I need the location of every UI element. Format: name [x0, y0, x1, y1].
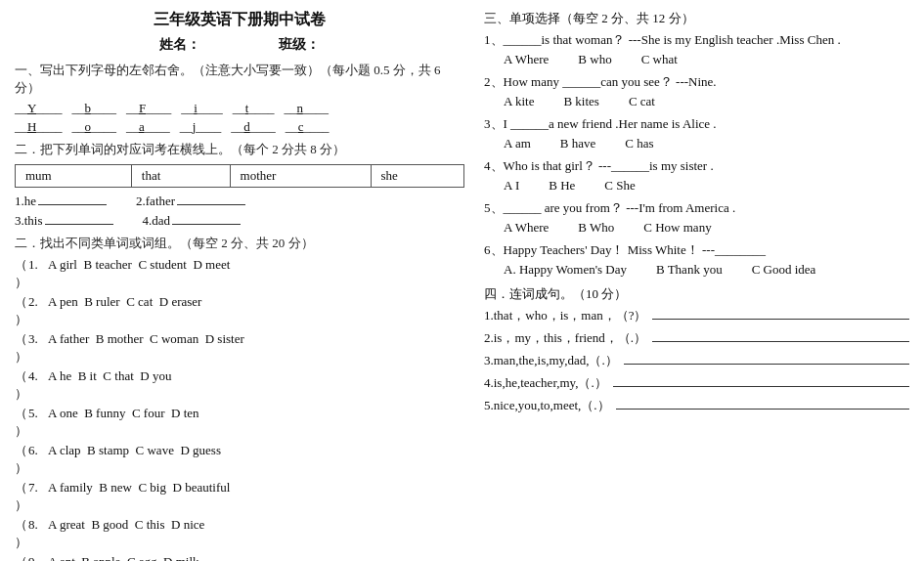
- odd-even-item: （ ） 4. A he B it C that D you: [15, 367, 464, 403]
- choice-d: D beautiful: [173, 480, 231, 496]
- item-num: 1.: [28, 257, 48, 273]
- r-q-text: 6、Happy Teachers' Day！ Miss White！ ---__…: [484, 241, 909, 259]
- lian-ci-blank[interactable]: [652, 341, 909, 342]
- choice-c: C four: [132, 406, 165, 421]
- fill-row-2: 3.this 4.dad: [15, 213, 464, 229]
- r-question: 6、Happy Teachers' Day！ Miss White！ ---__…: [484, 241, 909, 278]
- choice-a: A ant: [48, 554, 75, 561]
- letter-item: __t____: [233, 101, 275, 116]
- r-choice: C Good idea: [752, 262, 816, 278]
- paren: （ ）: [15, 405, 28, 440]
- fill-row-1: 1.he 2.father: [15, 194, 464, 209]
- r-choices: A. Happy Women's DayB Thank youC Good id…: [504, 262, 909, 278]
- fill-label: 3.this: [15, 213, 43, 229]
- word-cell: she: [371, 165, 463, 188]
- section1-row2: __H____ __o____ __a____ __j____ __d____ …: [15, 119, 464, 135]
- r-choice: A I: [504, 178, 519, 194]
- choice-d: D guess: [180, 443, 221, 458]
- item-num: 8.: [28, 517, 48, 533]
- choice-c: C woman: [150, 331, 198, 347]
- choice-c: C this: [135, 517, 165, 533]
- choice-b: B it: [78, 368, 97, 384]
- right-column: 三、单项选择（每空 2 分、共 12 分） 1、______is that wo…: [484, 10, 909, 561]
- lian-ci-blank[interactable]: [652, 319, 909, 320]
- lian-ci-blank[interactable]: [616, 409, 909, 410]
- fill-blank[interactable]: [177, 204, 245, 205]
- choice-d: D sister: [205, 331, 244, 347]
- letter-item: __i____: [181, 101, 223, 116]
- lian-ci-text: 2.is，my，this，friend，（.）: [484, 329, 646, 347]
- item-num: 5.: [28, 406, 48, 421]
- odd-even-item: （ ） 2. A pen B ruler C cat D eraser: [15, 293, 464, 328]
- r-question: 3、I ______a new friend .Her name is Alic…: [484, 115, 909, 151]
- page: 三年级英语下册期中试卷 姓名： 班级： 一、写出下列字母的左邻右舍。（注意大小写…: [15, 10, 909, 561]
- odd-even-item: （ ） 8. A great B good C this D nice: [15, 516, 464, 551]
- r-choice: C cat: [629, 94, 655, 109]
- letter-item: __F____: [126, 101, 171, 116]
- lian-ci-list: 1.that，who，is，man，（?） 2.is，my，this，frien…: [484, 307, 909, 414]
- lian-ci-blank[interactable]: [624, 364, 909, 365]
- letter-item: __H____: [15, 119, 62, 135]
- r-choice: C She: [604, 178, 635, 194]
- r-section-lian-title: 四．连词成句。（10 分）: [484, 285, 909, 303]
- section3-title: 二．找出不同类单词或词组。（每空 2 分、共 20 分）: [15, 235, 464, 252]
- r-choices: A IB HeC She: [504, 178, 909, 194]
- paren: （ ）: [15, 256, 28, 291]
- paren: （ ）: [15, 367, 28, 403]
- fill-blank[interactable]: [172, 224, 241, 225]
- r-choices: A amB haveC has: [504, 136, 909, 151]
- r-q-text: 5、______ are you from？ ---I'm from Ameri…: [484, 199, 909, 217]
- paren: （ ）: [15, 516, 28, 551]
- r-choices: A WhereB whoC what: [504, 52, 909, 67]
- choice-b: B good: [91, 517, 128, 533]
- paren: （ ）: [15, 293, 28, 328]
- r-question: 5、______ are you from？ ---I'm from Ameri…: [484, 199, 909, 236]
- r-question: 2、How many ______can you see？ ---Nine. A…: [484, 73, 909, 109]
- choice-c: C that: [103, 368, 133, 384]
- lian-ci-blank[interactable]: [613, 386, 909, 387]
- r-choice: B who: [578, 52, 611, 67]
- fill-item: 2.father: [136, 194, 245, 209]
- r-q-text: 3、I ______a new friend .Her name is Alic…: [484, 115, 909, 133]
- r-choice: A Where: [504, 52, 549, 67]
- choice-a: A great: [48, 517, 85, 533]
- word-cell: that: [131, 165, 230, 188]
- r-choices: A WhereB WhoC How many: [504, 220, 909, 236]
- r-choice: C what: [641, 52, 678, 67]
- fill-item: 1.he: [15, 194, 107, 209]
- item-num: 7.: [28, 480, 48, 496]
- item-num: 3.: [28, 331, 48, 347]
- lian-ci-text: 4.is,he,teacher,my,（.）: [484, 374, 607, 392]
- choice-a: A family: [48, 480, 93, 496]
- lian-ci-item: 3.man,the,is,my,dad,（.）: [484, 352, 909, 369]
- r-choice: B have: [560, 136, 595, 151]
- fill-item: 3.this: [15, 213, 113, 229]
- lian-ci-text: 5.nice,you,to,meet,（.）: [484, 397, 610, 414]
- r-choice: B Thank you: [656, 262, 723, 278]
- letter-item: __j____: [180, 119, 222, 135]
- name-row: 姓名： 班级：: [15, 36, 464, 54]
- section1-title: 一、写出下列字母的左邻右舍。（注意大小写要一致）（每小题 0.5 分，共 6 分…: [15, 62, 464, 97]
- lian-ci-item: 1.that，who，is，man，（?）: [484, 307, 909, 324]
- letter-item: __n____: [284, 101, 329, 116]
- lian-ci-item: 4.is,he,teacher,my,（.）: [484, 374, 909, 392]
- choice-b: B teacher: [83, 257, 131, 273]
- fill-label: 2.father: [136, 194, 175, 209]
- item-num: 9.: [28, 554, 48, 561]
- choice-c: C egg: [127, 554, 157, 561]
- choice-b: B stamp: [87, 443, 129, 458]
- word-table: mum that mother she: [15, 164, 464, 188]
- r-choices: A kiteB kitesC cat: [504, 94, 909, 109]
- choice-d: D milk: [163, 554, 198, 561]
- fill-blank[interactable]: [45, 224, 113, 225]
- letter-item: __Y____: [15, 101, 62, 116]
- r-choice: A Where: [504, 220, 549, 236]
- letter-item: __a____: [126, 119, 170, 135]
- r-question: 1、______is that woman？ ---She is my Engl…: [484, 31, 909, 67]
- fill-blank[interactable]: [38, 204, 107, 205]
- r-question: 4、Who is that girl？ ---______is my siste…: [484, 157, 909, 194]
- item-num: 2.: [28, 294, 48, 310]
- fill-label: 1.he: [15, 194, 36, 209]
- paren: （ ）: [15, 442, 28, 477]
- class-label: 班级：: [279, 36, 320, 54]
